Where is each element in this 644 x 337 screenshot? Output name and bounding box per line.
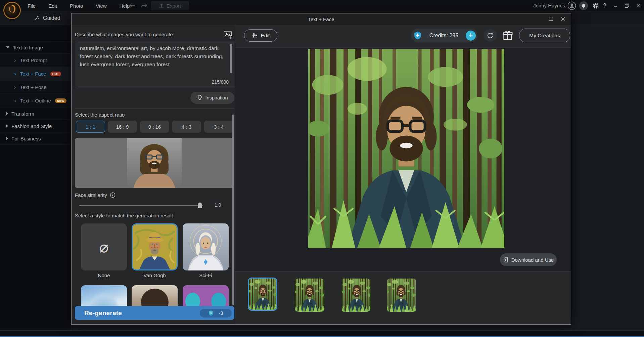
style-thumbnail-partial-2[interactable]: [132, 285, 178, 309]
close-button[interactable]: [633, 2, 643, 10]
sliders-icon: [252, 33, 258, 38]
regenerate-button[interactable]: Re-generate -3: [75, 306, 234, 320]
menu-view[interactable]: View: [92, 3, 110, 9]
style-label: Select a style to match the generation r…: [75, 213, 173, 218]
style-none-label: None: [81, 272, 127, 278]
add-credits-button[interactable]: +: [466, 31, 476, 41]
style-thumbnail-partial-1[interactable]: [81, 285, 127, 309]
credit-gem-icon: [413, 31, 422, 40]
aspect-9-16[interactable]: 9 : 16: [140, 121, 169, 133]
minimize-button[interactable]: [610, 2, 620, 10]
expand-open-icon: [6, 46, 9, 48]
face-similarity-value: 1.0: [215, 202, 221, 208]
image-prompt-icon[interactable]: [223, 30, 233, 39]
settings-gear-icon[interactable]: [592, 2, 600, 10]
prompt-input[interactable]: naturalism, environmental art, by Jacob …: [75, 41, 234, 88]
undo-icon[interactable]: [129, 2, 136, 9]
face-similarity-slider-track[interactable]: [79, 205, 203, 206]
style-van-gogh-label: Van Gogh: [132, 272, 178, 278]
edit-button[interactable]: Edit: [244, 29, 277, 42]
export-icon: [159, 3, 164, 8]
aspect-3-4[interactable]: 3 : 4: [204, 121, 233, 133]
menu-edit[interactable]: Edit: [45, 3, 60, 9]
char-counter: 215/800: [212, 78, 229, 86]
restore-button[interactable]: [622, 2, 632, 10]
credits-pill: Credits: 295 +: [411, 29, 477, 42]
gift-icon[interactable]: [502, 30, 513, 41]
canvas-area: Download and Use: [235, 47, 571, 271]
face-similarity-row: Face similarity: [75, 192, 116, 198]
prompt-scrollbar[interactable]: [230, 44, 232, 73]
face-similarity-slider-handle[interactable]: [198, 202, 202, 208]
dialog-title: Text + Face: [308, 16, 334, 22]
info-icon[interactable]: [110, 192, 116, 198]
sidebar-section-text-to-image[interactable]: Text to Image: [0, 41, 72, 54]
credit-gem-icon: [208, 310, 214, 316]
divider: [75, 109, 234, 109]
refresh-button[interactable]: [484, 29, 497, 42]
dialog-close-button[interactable]: [561, 16, 565, 21]
menu-photo[interactable]: Photo: [66, 3, 86, 9]
credit-cost-pill: -3: [200, 309, 232, 318]
sidebar-item-text-pose[interactable]: › Text + Pose: [0, 81, 72, 94]
chevron-right-icon: ›: [14, 57, 16, 63]
inspiration-button[interactable]: Inspiration: [190, 92, 234, 104]
menu-bar: File Edit Photo View Help Export Jonny H…: [0, 0, 644, 12]
new-badge: NEW: [55, 98, 66, 103]
app-window: File Edit Photo View Help Export Jonny H…: [0, 0, 644, 337]
result-thumbnail-4[interactable]: [387, 279, 416, 312]
none-icon: ⌀: [81, 223, 127, 270]
chevron-right-icon: ›: [14, 71, 16, 77]
panel-scrollbar[interactable]: [232, 115, 234, 305]
result-thumbnail-1[interactable]: [248, 278, 277, 311]
notifications-icon[interactable]: [579, 1, 588, 10]
tab-guided[interactable]: Guided: [34, 12, 60, 24]
aspect-1-1[interactable]: 1 : 1: [76, 121, 105, 133]
style-sci-fi[interactable]: [183, 223, 229, 270]
aspect-16-9[interactable]: 16 : 9: [108, 121, 137, 133]
dialog-maximize-button[interactable]: [549, 16, 553, 21]
my-creations-button[interactable]: My Creations: [519, 29, 570, 42]
style-van-gogh[interactable]: [132, 223, 178, 270]
lightbulb-icon: [197, 95, 202, 101]
export-button[interactable]: Export: [151, 1, 189, 10]
sidebar-item-text-prompt[interactable]: › Text Prompt: [0, 54, 72, 67]
expand-closed-icon: [6, 137, 8, 140]
generation-result-panel: Download and Use Edit Credits: 295 +: [235, 25, 571, 324]
hot-badge: HOT: [50, 72, 61, 76]
magic-wand-icon: [34, 15, 40, 21]
menu-file[interactable]: File: [24, 3, 39, 9]
prompt-label: Describe what images you want to generat…: [75, 32, 173, 37]
avatar[interactable]: [567, 1, 576, 10]
generated-image[interactable]: [308, 49, 504, 248]
result-thumbnail-2[interactable]: [295, 279, 324, 312]
app-logo: [3, 2, 21, 19]
aspect-4-3[interactable]: 4 : 3: [172, 121, 201, 133]
sidebar-section-transform[interactable]: Transform: [0, 108, 72, 120]
chevron-right-icon: ›: [14, 84, 16, 90]
style-none[interactable]: ⌀: [81, 223, 127, 270]
divider: [235, 271, 571, 271]
expand-closed-icon: [6, 124, 8, 128]
sidebar: Text to Image › Text Prompt › Text + Fac…: [0, 24, 72, 330]
right-background-panel: [571, 12, 644, 330]
dialog-title-bar[interactable]: Text + Face: [72, 13, 571, 25]
redo-icon[interactable]: [140, 2, 148, 9]
help-icon[interactable]: ?: [603, 2, 606, 9]
generation-settings-panel: Describe what images you want to generat…: [72, 25, 235, 324]
expand-closed-icon: [6, 112, 8, 115]
face-reference-strip[interactable]: [75, 138, 234, 188]
download-icon: [503, 257, 509, 263]
style-thumbnail-partial-3[interactable]: [183, 285, 229, 309]
sidebar-item-text-face[interactable]: › Text + Face HOT: [0, 67, 72, 81]
sidebar-section-business[interactable]: For Business: [0, 132, 72, 145]
user-name[interactable]: Jonny Haynes: [533, 3, 565, 8]
chevron-right-icon: ›: [14, 98, 16, 103]
text-face-dialog: Text + Face Describe what images you wan…: [71, 13, 571, 325]
result-thumbnail-3[interactable]: [341, 279, 370, 312]
sidebar-item-text-outline[interactable]: › Text + Outline NEW: [0, 94, 72, 108]
aspect-ratio-label: Select the aspect ratio: [75, 112, 125, 118]
style-sci-fi-label: Sci-Fi: [183, 272, 229, 278]
sidebar-section-fashion[interactable]: Fashion and Style: [0, 120, 72, 132]
download-and-use-button[interactable]: Download and Use: [500, 253, 557, 266]
